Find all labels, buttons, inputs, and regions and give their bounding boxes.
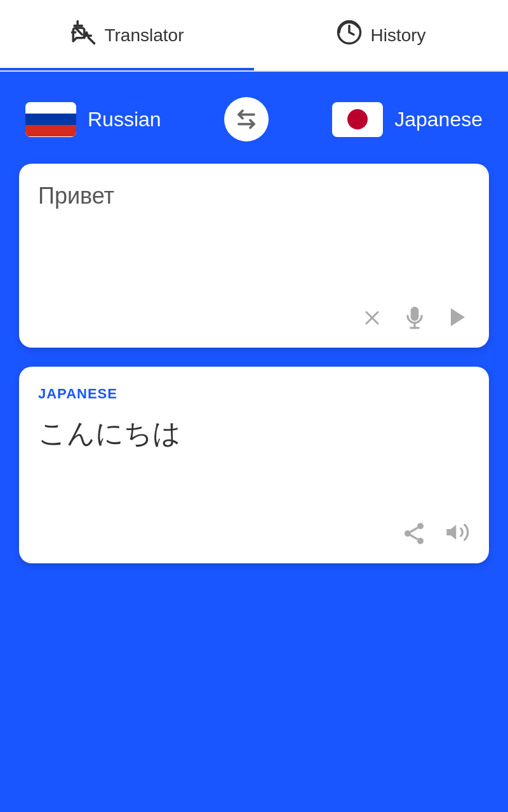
send-icon [446,305,470,329]
russian-flag [25,102,76,137]
svg-point-6 [417,523,424,529]
source-language-selector[interactable]: Russian [25,102,161,137]
tab-history[interactable]: History [254,0,508,70]
translate-button[interactable] [446,305,470,335]
tab-bar: Translator History [0,0,508,72]
target-language-name: Japanese [394,108,483,131]
svg-marker-5 [451,308,465,327]
language-row: Russian Japanese [19,97,489,141]
input-text[interactable]: Привет [38,183,470,292]
japanese-flag [332,102,383,137]
output-language-label: JAPANESE [38,386,470,402]
tab-translator-label: Translator [104,25,184,46]
tab-history-label: History [370,25,425,46]
speaker-icon [444,520,470,545]
svg-point-8 [417,538,424,544]
microphone-button[interactable] [403,306,427,335]
speak-button[interactable] [444,520,470,547]
svg-line-9 [410,535,417,540]
main-content: Russian Japanese Привет [0,72,508,812]
swap-languages-button[interactable] [224,97,269,141]
share-icon [401,521,427,546]
close-icon [361,306,384,329]
svg-line-10 [410,528,417,532]
svg-point-7 [404,530,411,537]
input-actions [38,305,470,335]
translate-icon [70,19,97,51]
target-language-selector[interactable]: Japanese [332,102,483,137]
output-card: JAPANESE こんにちは [19,367,489,563]
microphone-icon [403,306,427,330]
share-button[interactable] [401,521,427,546]
tab-translator[interactable]: Translator [0,0,254,70]
input-card: Привет [19,164,489,348]
source-language-name: Russian [88,108,161,131]
history-icon [336,19,363,51]
clear-button[interactable] [361,306,384,334]
output-text: こんにちは [38,415,470,452]
swap-icon [235,108,258,131]
output-actions [38,520,470,547]
